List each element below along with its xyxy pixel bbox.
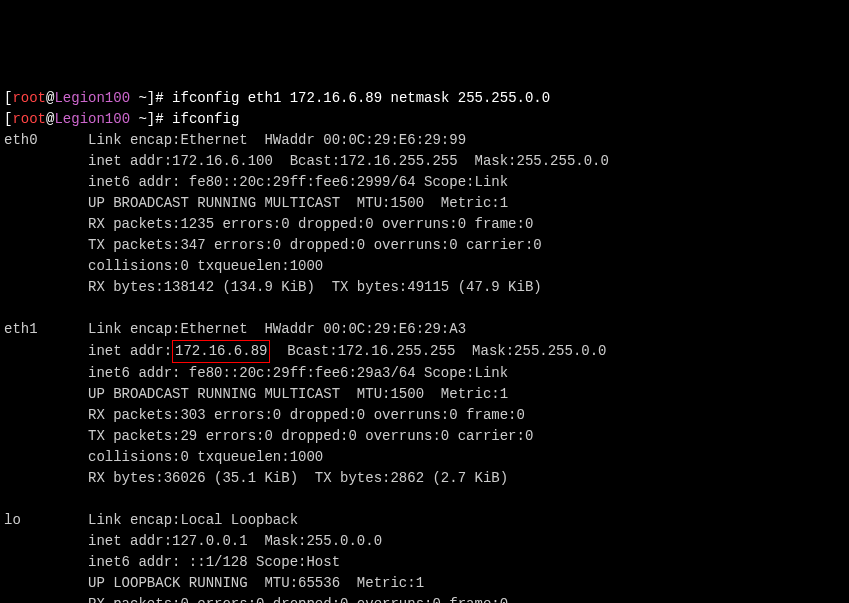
- lo-line1: Link encap:Local Loopback: [88, 512, 298, 528]
- eth1-line1: Link encap:Ethernet HWaddr 00:0C:29:E6:2…: [88, 321, 466, 337]
- eth1-inet6: inet6 addr: fe80::20c:29ff:fee6:29a3/64 …: [4, 363, 845, 384]
- eth0-name: eth0: [4, 132, 88, 148]
- command-text-2: ifconfig: [172, 111, 239, 127]
- eth1-flags: UP BROADCAST RUNNING MULTICAST MTU:1500 …: [4, 384, 845, 405]
- eth1-bytes: RX bytes:36026 (35.1 KiB) TX bytes:2862 …: [4, 468, 845, 489]
- lo-flags: UP LOOPBACK RUNNING MTU:65536 Metric:1: [4, 573, 845, 594]
- prompt-hostname: Legion100: [54, 111, 130, 127]
- prompt-hash: #: [155, 90, 172, 106]
- lo-header: lo Link encap:Local Loopback: [4, 510, 845, 531]
- eth1-name: eth1: [4, 321, 88, 337]
- prompt-path: ~: [130, 90, 147, 106]
- eth0-flags: UP BROADCAST RUNNING MULTICAST MTU:1500 …: [4, 193, 845, 214]
- eth1-collisions: collisions:0 txqueuelen:1000: [4, 447, 845, 468]
- prompt-hash: #: [155, 111, 172, 127]
- prompt-close-bracket: ]: [147, 90, 155, 106]
- eth1-inet-suffix: Bcast:172.16.255.255 Mask:255.255.0.0: [270, 343, 606, 359]
- command-line-2: [root@Legion100 ~]# ifconfig: [4, 109, 845, 130]
- eth0-line1: Link encap:Ethernet HWaddr 00:0C:29:E6:2…: [88, 132, 466, 148]
- lo-inet: inet addr:127.0.0.1 Mask:255.0.0.0: [4, 531, 845, 552]
- prompt-user: root: [12, 111, 46, 127]
- eth0-bytes: RX bytes:138142 (134.9 KiB) TX bytes:491…: [4, 277, 845, 298]
- prompt-close-bracket: ]: [147, 111, 155, 127]
- eth0-inet: inet addr:172.16.6.100 Bcast:172.16.255.…: [4, 151, 845, 172]
- eth0-rx: RX packets:1235 errors:0 dropped:0 overr…: [4, 214, 845, 235]
- eth0-tx: TX packets:347 errors:0 dropped:0 overru…: [4, 235, 845, 256]
- eth1-tx: TX packets:29 errors:0 dropped:0 overrun…: [4, 426, 845, 447]
- lo-rx: RX packets:0 errors:0 dropped:0 overruns…: [4, 594, 845, 603]
- lo-name: lo: [4, 512, 88, 528]
- eth1-inet: inet addr:172.16.6.89 Bcast:172.16.255.2…: [4, 340, 845, 363]
- eth1-header: eth1 Link encap:Ethernet HWaddr 00:0C:29…: [4, 319, 845, 340]
- eth0-header: eth0 Link encap:Ethernet HWaddr 00:0C:29…: [4, 130, 845, 151]
- eth1-rx: RX packets:303 errors:0 dropped:0 overru…: [4, 405, 845, 426]
- prompt-path: ~: [130, 111, 147, 127]
- command-line-1: [root@Legion100 ~]# ifconfig eth1 172.16…: [4, 88, 845, 109]
- terminal-output: [root@Legion100 ~]# ifconfig eth1 172.16…: [4, 88, 845, 603]
- prompt-user: root: [12, 90, 46, 106]
- eth0-collisions: collisions:0 txqueuelen:1000: [4, 256, 845, 277]
- eth0-inet6: inet6 addr: fe80::20c:29ff:fee6:2999/64 …: [4, 172, 845, 193]
- eth1-inet-prefix: inet addr:: [4, 343, 172, 359]
- prompt-hostname: Legion100: [54, 90, 130, 106]
- blank-line: [4, 298, 845, 319]
- eth1-ip-highlighted: 172.16.6.89: [172, 340, 270, 363]
- blank-line: [4, 489, 845, 510]
- lo-inet6: inet6 addr: ::1/128 Scope:Host: [4, 552, 845, 573]
- command-text-1: ifconfig eth1 172.16.6.89 netmask 255.25…: [172, 90, 550, 106]
